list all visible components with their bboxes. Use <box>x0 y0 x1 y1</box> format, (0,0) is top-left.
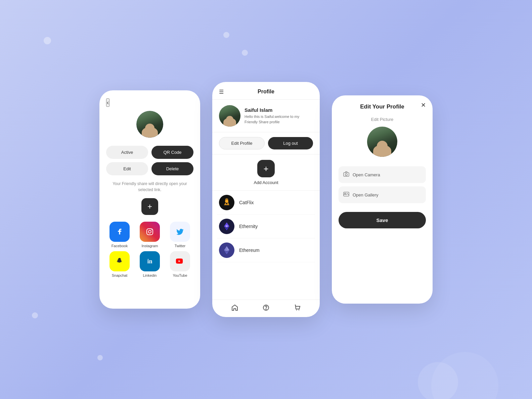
ethereum-name: Ethereum <box>239 248 260 253</box>
bg-circle-3 <box>242 50 248 56</box>
logout-button[interactable]: Log out <box>268 137 313 149</box>
social-grid: Facebook Instagram <box>106 222 193 277</box>
avatar <box>136 111 163 138</box>
svg-point-16 <box>345 174 347 176</box>
catflix-icon <box>219 195 234 210</box>
modal-title: Edit Your Profile <box>360 103 404 110</box>
facebook-label: Facebook <box>112 244 128 248</box>
profile-section: Saiful Islam Hello this is Saiful.welcom… <box>212 100 320 132</box>
open-camera-label: Open Camera <box>353 172 380 177</box>
youtube-label: YouTube <box>173 273 187 277</box>
svg-point-4 <box>225 200 228 203</box>
add-link-button[interactable]: + <box>141 198 158 215</box>
ethernity-icon <box>219 219 234 234</box>
active-button[interactable]: Active <box>106 146 148 159</box>
accounts-list: CatFlix Ethernity <box>212 191 320 300</box>
bg-circle-7 <box>431 352 498 399</box>
twitter-label: Twitter <box>175 244 185 248</box>
shop-nav-icon[interactable] <box>294 304 301 313</box>
social-item-linkedin[interactable]: in Linkedin <box>136 251 163 277</box>
twitter-icon <box>170 222 190 242</box>
add-account-section: + Add Account <box>212 154 320 191</box>
user-name: Saiful Islam <box>245 107 313 113</box>
bg-circle-5 <box>97 355 103 360</box>
help-nav-icon[interactable] <box>262 304 270 313</box>
camera-icon <box>343 171 349 178</box>
svg-point-13 <box>296 310 297 310</box>
svg-point-14 <box>299 310 299 310</box>
user-bio: Hello this is Saiful.welcome to my Frien… <box>245 114 313 125</box>
svg-point-2 <box>151 229 152 230</box>
instagram-label: Instagram <box>142 244 158 248</box>
bottom-nav <box>212 300 320 317</box>
close-button[interactable]: ✕ <box>421 101 426 109</box>
edit-button[interactable]: Edit <box>106 162 148 175</box>
catflix-name: CatFlix <box>239 200 254 205</box>
social-item-instagram[interactable]: Instagram <box>136 222 163 248</box>
edit-profile-button[interactable]: Edit Profile <box>219 137 265 149</box>
profile-header: ☰ Profile <box>212 82 320 100</box>
edit-avatar <box>367 127 397 157</box>
social-item-facebook[interactable]: Facebook <box>106 222 133 248</box>
hint-text: Your Friendly share will directly open y… <box>106 181 193 193</box>
phones-container: ‹ Active QR Code Edit Delete Your Friend… <box>99 82 433 317</box>
profile-title: Profile <box>258 89 274 95</box>
snapchat-icon <box>109 251 130 271</box>
account-item-ethernity[interactable]: Ethernity <box>217 215 315 238</box>
open-gallery-button[interactable]: Open Gallery <box>339 186 426 203</box>
linkedin-label: Linkedin <box>143 273 157 277</box>
linkedin-icon: in <box>140 251 160 271</box>
save-button[interactable]: Save <box>339 212 426 228</box>
phone-2: ☰ Profile Saiful Islam Hello this is Sai… <box>212 82 320 317</box>
bg-circle-4 <box>32 312 38 318</box>
svg-point-12 <box>266 309 266 310</box>
ethereum-icon <box>219 242 234 258</box>
account-item-catflix[interactable]: CatFlix <box>217 191 315 215</box>
open-gallery-label: Open Gallery <box>353 192 379 197</box>
profile-actions: Edit Profile Log out <box>212 132 320 154</box>
gallery-icon <box>343 191 349 198</box>
plus-icon: + <box>147 202 152 211</box>
svg-point-1 <box>148 230 151 233</box>
bg-circle-2 <box>223 32 229 38</box>
profile-info: Saiful Islam Hello this is Saiful.welcom… <box>245 107 313 125</box>
account-item-ethereum[interactable]: Ethereum <box>217 238 315 262</box>
snapchat-label: Snapchat <box>112 273 127 277</box>
qr-code-button[interactable]: QR Code <box>151 146 193 159</box>
action-grid: Active QR Code Edit Delete <box>106 146 193 175</box>
add-account-button[interactable]: + <box>257 160 275 177</box>
bg-circle-1 <box>44 37 51 44</box>
avatar-image <box>136 111 163 138</box>
social-item-snapchat[interactable]: Snapchat <box>106 251 133 277</box>
youtube-icon <box>170 251 190 271</box>
phone-1: ‹ Active QR Code Edit Delete Your Friend… <box>99 90 200 309</box>
ethernity-name: Ethernity <box>239 224 258 229</box>
open-camera-button[interactable]: Open Camera <box>339 166 426 183</box>
home-nav-icon[interactable] <box>231 304 238 313</box>
add-account-label: Add Account <box>254 180 278 185</box>
edit-picture-label: Edit Picture <box>371 117 393 122</box>
instagram-icon <box>140 222 160 242</box>
social-item-twitter[interactable]: Twitter <box>167 222 193 248</box>
phone-3: ✕ Edit Your Profile Edit Picture Open Ca… <box>332 95 433 304</box>
facebook-icon <box>109 222 130 242</box>
social-item-youtube[interactable]: YouTube <box>167 251 193 277</box>
plus-icon: + <box>263 164 268 174</box>
delete-button[interactable]: Delete <box>151 162 193 175</box>
hamburger-menu[interactable]: ☰ <box>219 89 224 95</box>
profile-avatar <box>219 105 240 127</box>
back-button[interactable]: ‹ <box>106 98 109 107</box>
